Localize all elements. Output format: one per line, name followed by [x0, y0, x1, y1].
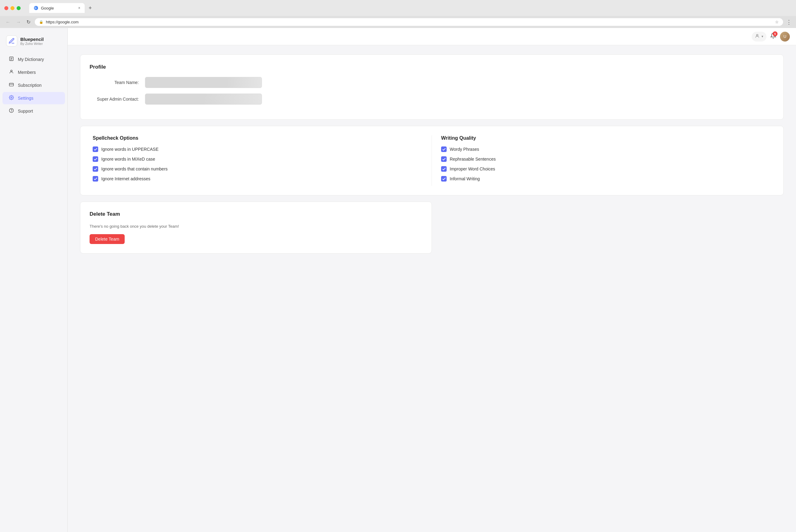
notification-badge: 5: [773, 32, 778, 36]
checkbox-internet[interactable]: [93, 176, 98, 182]
svg-point-12: [756, 34, 758, 36]
tab-favicon: G: [34, 5, 38, 11]
team-name-row: Team Name:: [90, 77, 774, 88]
active-tab[interactable]: G Google ×: [29, 3, 85, 13]
checkbox-label: Wordy Phrases: [450, 147, 479, 152]
new-tab-button[interactable]: +: [86, 4, 94, 12]
checkbox-label: Ignore words that contain numbers: [101, 167, 168, 171]
browser-menu-icon[interactable]: ⋮: [786, 19, 792, 25]
subscription-icon: [8, 82, 14, 88]
sidebar-item-settings[interactable]: Settings: [2, 92, 65, 104]
my-dictionary-icon: [8, 56, 14, 62]
url-text: https://google.com: [46, 20, 773, 24]
main-content: Profile Team Name: Super Admin Contact: …: [68, 45, 796, 532]
checkbox-wordy[interactable]: [441, 147, 447, 152]
sidebar-item-label: Subscription: [18, 83, 41, 88]
checkbox-label: Rephrasable Sentences: [450, 157, 496, 162]
support-icon: [8, 108, 14, 114]
sidebar-item-label: Support: [18, 109, 33, 114]
delete-team-card: Delete Team There's no going back once y…: [80, 202, 432, 253]
tab-close-button[interactable]: ×: [78, 6, 80, 10]
top-bar: ▾ 5 U: [68, 28, 796, 45]
checkbox-label: Improper Word Choices: [450, 167, 495, 171]
sidebar-item-label: Members: [18, 70, 36, 75]
sidebar: Bluepencil By Zoho Writer My Dictionary …: [0, 28, 68, 532]
checkbox-improper[interactable]: [441, 166, 447, 172]
super-admin-input[interactable]: [145, 94, 262, 104]
back-button[interactable]: ←: [4, 18, 12, 26]
avatar[interactable]: U: [780, 32, 790, 41]
team-name-label: Team Name:: [90, 80, 139, 85]
sidebar-item-my-dictionary[interactable]: My Dictionary: [2, 53, 65, 65]
url-bar[interactable]: 🔒 https://google.com ☆: [35, 18, 783, 26]
checkbox-label: Ignore words in UPPERCASE: [101, 147, 159, 152]
svg-rect-7: [9, 83, 13, 86]
spellcheck-title: Spellcheck Options: [93, 135, 422, 141]
sidebar-nav: My Dictionary Members Subscription Setti…: [0, 53, 68, 117]
user-selector[interactable]: ▾: [752, 32, 766, 41]
refresh-button[interactable]: ↻: [25, 18, 32, 26]
sidebar-item-members[interactable]: Members: [2, 66, 65, 78]
checkbox-label: Ignore words in MiXeD case: [101, 157, 155, 162]
address-bar: ← → ↻ 🔒 https://google.com ☆ ⋮: [0, 16, 796, 28]
super-admin-row: Super Admin Contact:: [90, 94, 774, 104]
maximize-window-button[interactable]: [17, 6, 21, 10]
sidebar-item-label: Settings: [18, 96, 34, 101]
sidebar-item-subscription[interactable]: Subscription: [2, 79, 65, 91]
user-icon: [755, 34, 760, 40]
brand-text: Bluepencil By Zoho Writer: [20, 37, 44, 45]
svg-point-9: [11, 97, 12, 98]
members-icon: [8, 69, 14, 75]
writing-option-0: Wordy Phrases: [441, 147, 771, 152]
checkbox-mixed[interactable]: [93, 156, 98, 162]
delete-team-button[interactable]: Delete Team: [90, 234, 125, 244]
forward-button[interactable]: →: [15, 18, 22, 26]
brand-sub: By Zoho Writer: [20, 42, 44, 45]
spellcheck-option-3: Ignore Internet addresses: [93, 176, 422, 182]
checkbox-uppercase[interactable]: [93, 147, 98, 152]
brand-icon: [6, 35, 17, 46]
traffic-lights: [4, 6, 21, 10]
spellcheck-option-2: Ignore words that contain numbers: [93, 166, 422, 172]
sidebar-brand: Bluepencil By Zoho Writer: [0, 33, 68, 53]
writing-quality-column: Writing Quality Wordy Phrases Rephrasab: [432, 135, 774, 186]
svg-text:G: G: [35, 6, 37, 10]
minimize-window-button[interactable]: [11, 6, 15, 10]
profile-title: Profile: [90, 64, 774, 70]
writing-quality-title: Writing Quality: [441, 135, 771, 141]
tab-bar: G Google × +: [26, 3, 97, 13]
writing-option-1: Rephrasable Sentences: [441, 156, 771, 162]
brand-name: Bluepencil: [20, 37, 44, 42]
profile-card: Profile Team Name: Super Admin Contact:: [80, 55, 784, 120]
delete-team-title: Delete Team: [90, 211, 422, 217]
chevron-down-icon: ▾: [761, 35, 763, 38]
sidebar-item-support[interactable]: Support: [2, 105, 65, 117]
checkbox-label: Ignore Internet addresses: [101, 176, 150, 181]
app-container: Bluepencil By Zoho Writer My Dictionary …: [0, 28, 796, 532]
close-window-button[interactable]: [4, 6, 8, 10]
settings-icon: [8, 95, 14, 101]
lock-icon: 🔒: [39, 20, 43, 24]
checkbox-informal[interactable]: [441, 176, 447, 182]
spellcheck-option-0: Ignore words in UPPERCASE: [93, 147, 422, 152]
checkbox-numbers[interactable]: [93, 166, 98, 172]
notification-button[interactable]: 5: [770, 33, 776, 40]
spellcheck-option-1: Ignore words in MiXeD case: [93, 156, 422, 162]
browser-chrome: G Google × + ← → ↻ 🔒 https://google.com …: [0, 0, 796, 28]
sidebar-item-label: My Dictionary: [18, 57, 44, 62]
tab-title: Google: [41, 6, 76, 11]
options-grid: Spellcheck Options Ignore words in UPPER…: [90, 135, 774, 186]
writing-option-2: Improper Word Choices: [441, 166, 771, 172]
checkbox-label: Informal Writing: [450, 176, 480, 181]
spellcheck-column: Spellcheck Options Ignore words in UPPER…: [90, 135, 432, 186]
writing-option-3: Informal Writing: [441, 176, 771, 182]
delete-warning-text: There's no going back once you delete yo…: [90, 224, 422, 229]
super-admin-label: Super Admin Contact:: [90, 97, 139, 101]
checkbox-rephrasable[interactable]: [441, 156, 447, 162]
options-card: Spellcheck Options Ignore words in UPPER…: [80, 126, 784, 195]
bookmark-icon[interactable]: ☆: [775, 20, 779, 24]
team-name-input[interactable]: [145, 77, 262, 88]
svg-point-6: [11, 70, 12, 72]
